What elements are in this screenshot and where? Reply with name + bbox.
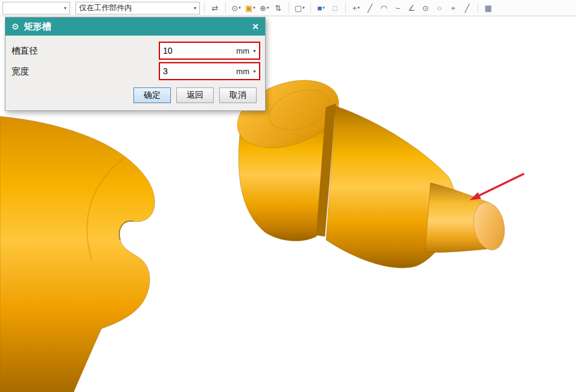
app-window: ▾ 仅在工作部件内 ▾ ⇄ ⊙ ▾ ▣ ▾ ⊕ ▾ ⇅ ▢ ▾ — [0, 0, 576, 392]
circle-snap-icon[interactable]: ○ — [434, 1, 446, 14]
shaded-display-icon[interactable]: ■ ▾ — [315, 1, 327, 14]
width-highlight-box: mm ▾ — [159, 62, 260, 80]
dialog-buttons: 确定 返回 取消 — [11, 87, 260, 103]
unit-dropdown-icon[interactable]: ▾ — [250, 64, 259, 78]
glyph: ■ — [317, 4, 322, 13]
glyph: ⊙ — [231, 4, 238, 13]
tangent-snap-icon[interactable]: ╱ — [461, 1, 473, 14]
dialog-title: 矩形槽 — [24, 21, 51, 33]
glyph: ○ — [437, 4, 442, 13]
type-filter-combo[interactable]: ▾ — [2, 2, 70, 14]
glyph: ~ — [395, 4, 400, 13]
cancel-button[interactable]: 取消 — [219, 87, 257, 103]
width-input[interactable] — [160, 64, 233, 78]
back-button[interactable]: 返回 — [176, 87, 214, 103]
toolbar-separator — [345, 2, 346, 13]
shaft-model[interactable] — [0, 68, 508, 392]
groove-diameter-row: 槽直径 mm ▾ — [11, 40, 260, 61]
close-icon[interactable]: ✕ — [252, 22, 259, 31]
groove-diameter-highlight-box: mm ▾ — [159, 42, 260, 60]
chevron-down-icon[interactable]: ▾ — [238, 5, 241, 10]
grid-display-icon[interactable]: ▦ — [482, 1, 494, 14]
wireframe-display-icon[interactable]: □ — [329, 1, 341, 14]
width-label: 宽度 — [11, 66, 29, 77]
glyph: ∠ — [408, 4, 415, 13]
work-plane-icon[interactable]: ▣ ▾ — [244, 1, 257, 14]
measure-icon[interactable]: ⇅ — [272, 1, 284, 14]
point-on-curve-icon[interactable]: ⊙ — [420, 1, 432, 14]
chevron-down-icon[interactable]: ▾ — [190, 5, 196, 11]
annotation-arrow — [470, 174, 524, 200]
chevron-down-icon[interactable]: ▾ — [322, 5, 325, 10]
snap-point-icon[interactable]: ⊙ ▾ — [230, 1, 242, 14]
toolbar-separator — [310, 2, 311, 13]
glyph: ╱ — [465, 4, 470, 13]
toolbar-separator — [478, 2, 478, 13]
assembly-sync-icon[interactable]: ⇄ — [209, 1, 221, 14]
selection-scope-combo[interactable]: 仅在工作部件内 ▾ — [75, 2, 200, 14]
glyph: □ — [333, 4, 338, 13]
dialog-body: 槽直径 mm ▾ 宽度 mm ▾ 确定 返回 取消 — [5, 36, 265, 110]
unit-dropdown-icon[interactable]: ▾ — [250, 43, 259, 58]
glyph: ▣ — [245, 4, 252, 13]
spline-tool-icon[interactable]: ~ — [392, 1, 404, 14]
angle-snap-icon[interactable]: ∠ — [406, 1, 418, 14]
toolbar-separator — [289, 2, 289, 13]
width-row: 宽度 mm ▾ — [11, 61, 260, 81]
glyph: + — [353, 4, 357, 13]
glyph: ╱ — [368, 4, 373, 13]
datum-point-icon[interactable]: ⊕ ▾ — [258, 1, 270, 14]
toolbar-separator — [225, 2, 226, 13]
chevron-down-icon[interactable]: ▾ — [267, 5, 269, 10]
selection-filter-icon[interactable]: ▢ ▾ — [293, 1, 306, 14]
glyph: ▦ — [484, 4, 491, 13]
glyph: ▢ — [295, 4, 302, 13]
glyph: ⇅ — [275, 4, 281, 13]
ok-button[interactable]: 确定 — [133, 87, 171, 103]
line-tool-icon[interactable]: ╱ — [364, 1, 376, 14]
glyph: ⊙ — [422, 4, 429, 13]
gear-icon: ⚙ — [11, 22, 19, 31]
chevron-down-icon[interactable]: ▾ — [253, 5, 255, 10]
midpoint-snap-icon[interactable]: + — [447, 1, 459, 14]
groove-diameter-unit-label: mm — [233, 43, 250, 58]
glyph: ⊕ — [260, 4, 266, 13]
chevron-down-icon[interactable]: ▾ — [357, 5, 360, 10]
chevron-down-icon[interactable]: ▾ — [302, 5, 305, 10]
rectangular-groove-dialog: ⚙ 矩形槽 ✕ 槽直径 mm ▾ 宽度 mm ▾ — [5, 17, 266, 111]
glyph: ◠ — [380, 4, 387, 13]
move-object-icon[interactable]: + ▾ — [350, 1, 362, 14]
glyph: ⇄ — [212, 4, 219, 13]
chevron-down-icon[interactable]: ▾ — [60, 5, 66, 11]
top-toolbar: ▾ 仅在工作部件内 ▾ ⇄ ⊙ ▾ ▣ ▾ ⊕ ▾ ⇅ ▢ ▾ — [0, 0, 576, 16]
groove-diameter-label: 槽直径 — [11, 45, 38, 57]
toolbar-separator — [204, 2, 205, 13]
arc-tool-icon[interactable]: ◠ — [378, 1, 390, 14]
width-unit-label: mm — [233, 64, 250, 78]
shaft-large-section[interactable] — [0, 116, 155, 392]
dialog-titlebar[interactable]: ⚙ 矩形槽 ✕ — [5, 17, 265, 36]
glyph: + — [451, 4, 456, 13]
groove-diameter-input[interactable] — [160, 43, 233, 58]
selection-scope-value: 仅在工作部件内 — [79, 3, 132, 13]
